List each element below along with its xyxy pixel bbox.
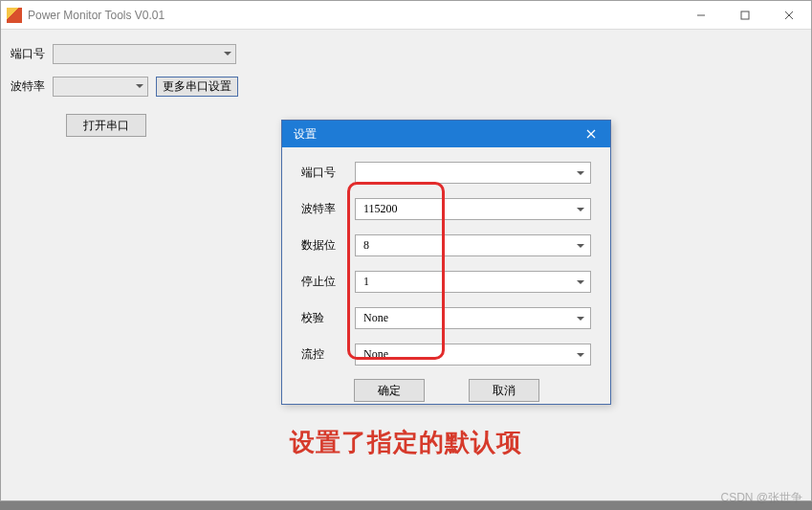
chevron-down-icon <box>577 208 584 211</box>
dialog-stopbits-combo[interactable]: 1 <box>355 271 591 293</box>
dialog-parity-label: 校验 <box>301 310 355 326</box>
chevron-down-icon <box>136 84 143 88</box>
chevron-down-icon <box>577 171 584 175</box>
dialog-baud-combo[interactable]: 115200 <box>355 198 591 220</box>
dialog-row-flowctrl: 流控 None <box>301 343 591 366</box>
chevron-down-icon <box>577 353 584 357</box>
dialog-button-row: 确定 取消 <box>301 379 591 402</box>
dialog-titlebar: 设置 <box>282 121 610 147</box>
watermark-text: CSDN @张世争 <box>720 490 802 506</box>
dialog-row-parity: 校验 None <box>301 306 591 330</box>
baud-combo[interactable] <box>53 77 148 97</box>
dialog-body: 端口号 波特率 115200 数据位 8 停止位 1 <box>282 147 610 411</box>
row-port: 端口号 <box>11 41 801 66</box>
dialog-baud-label: 波特率 <box>301 201 355 217</box>
main-window-title: Power Monitor Tools V0.01 <box>28 9 679 22</box>
maximize-icon <box>740 11 750 20</box>
dialog-close-button[interactable] <box>572 121 610 147</box>
dialog-databits-label: 数据位 <box>301 237 355 254</box>
ok-button[interactable]: 确定 <box>354 379 425 402</box>
dialog-flowctrl-value: None <box>363 347 388 362</box>
dialog-flowctrl-combo[interactable]: None <box>355 344 591 366</box>
dialog-row-baud: 波特率 115200 <box>301 197 591 221</box>
close-icon <box>586 129 596 139</box>
minimize-icon <box>696 11 706 20</box>
dialog-parity-combo[interactable]: None <box>355 307 591 329</box>
main-titlebar: Power Monitor Tools V0.01 <box>1 1 811 30</box>
minimize-button[interactable] <box>679 1 723 29</box>
dialog-port-combo[interactable] <box>355 162 591 184</box>
dialog-row-port: 端口号 <box>301 161 591 185</box>
close-icon <box>784 11 794 20</box>
dialog-port-label: 端口号 <box>301 165 355 181</box>
dialog-flowctrl-label: 流控 <box>301 346 355 363</box>
open-serial-button[interactable]: 打开串口 <box>66 114 146 137</box>
chevron-down-icon <box>577 244 584 248</box>
port-label: 端口号 <box>11 46 53 62</box>
row-baud: 波特率 更多串口设置 <box>11 74 801 99</box>
dialog-row-stopbits: 停止位 1 <box>301 270 591 294</box>
dialog-baud-value: 115200 <box>363 202 398 216</box>
chevron-down-icon <box>577 280 584 284</box>
dialog-title: 设置 <box>294 126 317 143</box>
dialog-stopbits-label: 停止位 <box>301 274 355 290</box>
dialog-databits-value: 8 <box>363 238 369 253</box>
window-controls <box>679 1 811 29</box>
dialog-row-databits: 数据位 8 <box>301 233 591 257</box>
more-serial-settings-button[interactable]: 更多串口设置 <box>156 77 238 97</box>
baud-label: 波特率 <box>11 78 53 95</box>
cancel-button[interactable]: 取消 <box>469 379 539 402</box>
annotation-caption: 设置了指定的默认项 <box>0 426 812 459</box>
maximize-button[interactable] <box>723 1 767 29</box>
dialog-parity-value: None <box>363 311 388 325</box>
chevron-down-icon <box>224 52 231 55</box>
close-button[interactable] <box>767 1 811 29</box>
dialog-stopbits-value: 1 <box>363 275 369 289</box>
settings-dialog: 设置 端口号 波特率 115200 数据位 8 <box>281 120 611 405</box>
svg-rect-1 <box>741 11 749 19</box>
app-icon <box>7 8 22 23</box>
chevron-down-icon <box>577 317 584 321</box>
port-combo[interactable] <box>53 44 236 64</box>
dialog-databits-combo[interactable]: 8 <box>355 234 591 256</box>
